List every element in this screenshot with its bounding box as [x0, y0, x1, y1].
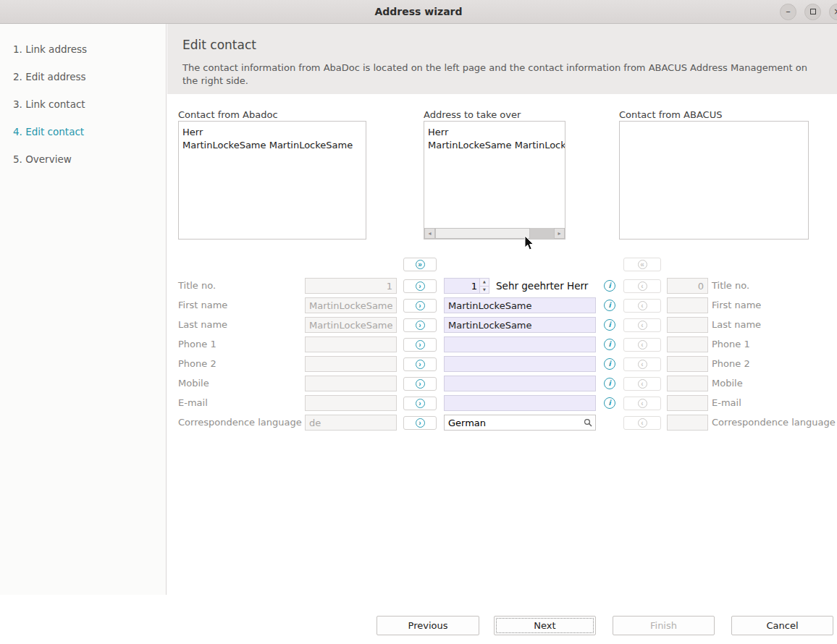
transfer-right-button[interactable]: ›: [403, 318, 437, 332]
abacus-first-name-field[interactable]: [667, 297, 708, 313]
scroll-left-button[interactable]: ◂: [424, 228, 435, 239]
transfer-right-button[interactable]: ›: [403, 416, 437, 430]
abadoc-email-field[interactable]: [305, 395, 397, 411]
sidebar-step-link-address[interactable]: 1. Link address: [13, 43, 87, 55]
title-no-input[interactable]: [445, 279, 479, 293]
arrow-left-icon: ‹: [638, 281, 647, 291]
titlebar: Address wizard – ×: [0, 0, 837, 24]
abacus-phone1-field[interactable]: [667, 336, 708, 352]
arrow-left-icon: ‹: [638, 301, 647, 310]
scroll-right-icon: ▸: [558, 230, 560, 237]
info-icon[interactable]: i: [604, 358, 615, 370]
scroll-left-icon: ◂: [428, 230, 431, 237]
transfer-all-left-button[interactable]: «: [623, 258, 661, 271]
abacus-contact-panel[interactable]: [619, 121, 809, 240]
transfer-left-button[interactable]: ‹: [623, 299, 661, 313]
abacus-last-name-field[interactable]: [667, 317, 708, 333]
info-icon[interactable]: i: [604, 339, 615, 350]
row-label-right: Last name: [712, 319, 761, 330]
sidebar-step-edit-contact[interactable]: 4. Edit contact: [13, 126, 84, 137]
form-row-last-name: Last name › i ‹ Last name: [0, 317, 837, 333]
info-icon[interactable]: i: [604, 397, 615, 409]
scroll-right-button[interactable]: ▸: [554, 228, 565, 239]
takeover-email-field[interactable]: [444, 395, 596, 411]
horizontal-scrollbar[interactable]: ◂ ▸: [424, 228, 565, 239]
sidebar-step-link-contact[interactable]: 3. Link contact: [13, 98, 85, 110]
abacus-email-field[interactable]: [667, 395, 708, 411]
spinner-down-button[interactable]: ▼: [480, 286, 489, 293]
next-button[interactable]: Next: [494, 616, 596, 635]
transfer-left-button[interactable]: ‹: [623, 397, 661, 410]
language-input[interactable]: [445, 415, 581, 430]
minimize-button[interactable]: –: [780, 4, 796, 20]
abadoc-language-field[interactable]: [305, 415, 397, 431]
takeover-last-name-field[interactable]: [444, 317, 596, 333]
abadoc-contact-panel[interactable]: Herr MartinLockeSame MartinLockeSame: [178, 121, 366, 240]
transfer-all-right-button[interactable]: »: [403, 258, 437, 271]
form-row-email: E-mail › i ‹ E-mail: [0, 395, 837, 411]
cancel-button[interactable]: Cancel: [731, 616, 833, 635]
transfer-left-button[interactable]: ‹: [623, 416, 661, 430]
arrow-right-icon: ›: [416, 301, 425, 310]
transfer-right-button[interactable]: ›: [403, 338, 437, 352]
form-row-language: Correspondence language › ‹ Corresponden…: [0, 415, 837, 431]
abadoc-title-no-field[interactable]: [305, 278, 397, 294]
spinner-up-button[interactable]: ▲: [480, 279, 489, 286]
abacus-language-field[interactable]: [667, 415, 708, 431]
abadoc-last-name-field[interactable]: [305, 317, 397, 333]
row-label-right: First name: [712, 300, 761, 310]
sidebar-step-overview[interactable]: 5. Overview: [13, 153, 72, 165]
takeover-phone1-field[interactable]: [444, 336, 596, 352]
close-icon: ×: [833, 6, 837, 17]
abadoc-first-name-field[interactable]: [305, 297, 397, 313]
info-icon[interactable]: i: [604, 280, 615, 292]
close-button[interactable]: ×: [829, 4, 837, 20]
takeover-address-panel[interactable]: Herr MartinLockeSame MartinLockeSame ◂ ▸: [424, 121, 565, 240]
form-row-phone2: Phone 2 › i ‹ Phone 2: [0, 356, 837, 372]
transfer-left-button[interactable]: ‹: [623, 357, 661, 371]
transfer-left-button[interactable]: ‹: [623, 338, 661, 352]
window-controls: – ×: [780, 4, 837, 20]
language-search-button[interactable]: [581, 416, 594, 429]
transfer-right-button[interactable]: ›: [403, 279, 437, 293]
abacus-phone2-field[interactable]: [667, 356, 708, 372]
arrow-right-icon: ›: [416, 418, 425, 428]
scrollbar-thumb[interactable]: [435, 228, 530, 239]
abacus-title-no-field[interactable]: [667, 278, 708, 294]
spinner-down-icon: ▼: [483, 287, 486, 292]
transfer-left-button[interactable]: ‹: [623, 318, 661, 332]
language-lookup-field: [444, 415, 596, 431]
abacus-mobile-field[interactable]: [667, 376, 708, 391]
abadoc-contact-line1: Herr: [182, 126, 362, 139]
takeover-panel-label: Address to take over: [424, 109, 521, 120]
info-icon[interactable]: i: [604, 319, 615, 331]
transfer-left-button[interactable]: ‹: [623, 377, 661, 391]
transfer-right-button[interactable]: ›: [403, 357, 437, 371]
title-no-spinner[interactable]: ▲ ▼: [444, 278, 489, 294]
info-icon[interactable]: i: [604, 300, 615, 311]
info-icon[interactable]: i: [604, 378, 615, 389]
takeover-mobile-field[interactable]: [444, 376, 596, 391]
abadoc-panel-label: Contact from Abadoc: [178, 109, 278, 120]
transfer-left-button[interactable]: ‹: [623, 279, 661, 293]
sidebar-step-edit-address[interactable]: 2. Edit address: [13, 71, 86, 82]
transfer-right-button[interactable]: ›: [403, 377, 437, 391]
arrow-left-icon: ‹: [638, 360, 647, 369]
arrow-right-icon: ›: [416, 340, 425, 349]
form-row-title-no: Title no. › ▲ ▼ Sehr geehrter Herr i ‹ T…: [0, 278, 837, 294]
arrow-left-icon: ‹: [638, 340, 647, 349]
spinner-buttons: ▲ ▼: [479, 279, 489, 293]
transfer-right-button[interactable]: ›: [403, 299, 437, 313]
abadoc-phone2-field[interactable]: [305, 356, 397, 372]
abadoc-mobile-field[interactable]: [305, 376, 397, 391]
maximize-icon: [810, 9, 816, 14]
takeover-phone2-field[interactable]: [444, 356, 596, 372]
arrow-right-icon: ›: [416, 379, 425, 389]
abadoc-phone1-field[interactable]: [305, 336, 397, 352]
takeover-first-name-field[interactable]: [444, 297, 596, 313]
maximize-button[interactable]: [804, 4, 821, 20]
previous-button[interactable]: Previous: [377, 616, 479, 635]
page-description: The contact information from AbaDoc is l…: [182, 62, 814, 88]
transfer-right-button[interactable]: ›: [403, 397, 437, 410]
finish-button[interactable]: Finish: [613, 616, 715, 635]
